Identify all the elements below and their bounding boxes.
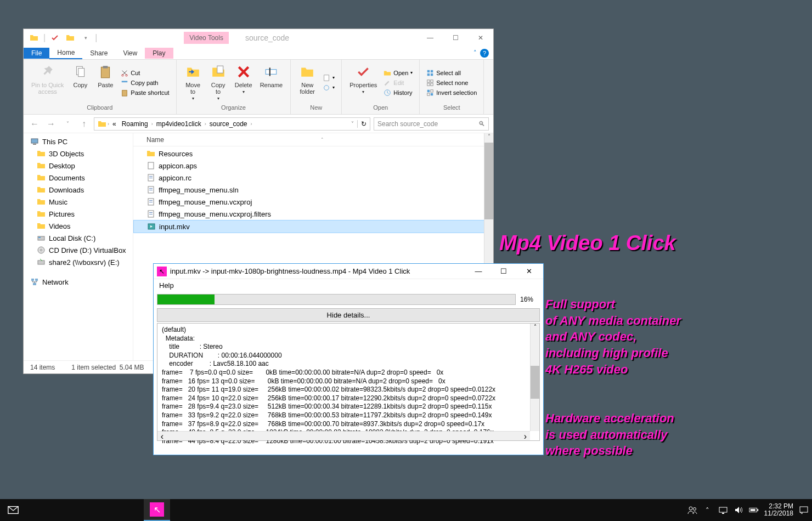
nav-this-pc[interactable]: This PC [24, 135, 133, 148]
log-scrollbar-h[interactable]: ‹› [157, 431, 530, 440]
ribbon-collapse-icon[interactable]: ˄ [473, 49, 477, 56]
breadcrumb[interactable]: › « Roaming› mp4video1click› source_code… [94, 117, 370, 131]
svg-rect-58 [750, 509, 755, 511]
new-item-button[interactable]: ▾ [320, 73, 337, 82]
cut-button[interactable]: Cut [119, 69, 171, 77]
tray-chevron-icon[interactable]: ˄ [703, 505, 713, 515]
invert-selection-button[interactable]: Invert selection [424, 88, 479, 97]
minimize-button[interactable]: — [467, 265, 489, 278]
nav-item[interactable]: Pictures [24, 208, 133, 220]
file-item[interactable]: appicon.aps [133, 160, 493, 172]
svg-rect-57 [757, 509, 758, 511]
properties-button[interactable]: Properties▾ [346, 62, 380, 103]
minimize-button[interactable]: — [418, 29, 443, 47]
rename-button[interactable]: Rename [257, 62, 286, 103]
qat-dropdown-icon[interactable]: ▾ [80, 32, 92, 44]
paste-shortcut-button[interactable]: Paste shortcut [119, 88, 171, 97]
tab-file[interactable]: File [24, 48, 49, 59]
nav-item[interactable]: CD Drive (D:) VirtualBox [24, 244, 133, 256]
help-menu[interactable]: Help [154, 279, 543, 292]
nav-item[interactable]: Desktop [24, 160, 133, 172]
open-button[interactable]: Open▾ [381, 69, 415, 77]
nav-network[interactable]: Network [24, 276, 133, 288]
refresh-button[interactable]: ↻ [357, 120, 366, 128]
qat-sep: | [95, 33, 97, 43]
svg-rect-14 [427, 70, 430, 72]
folder-qat-icon[interactable] [64, 32, 76, 44]
tab-play[interactable]: Play [145, 48, 173, 59]
properties-qat-icon[interactable] [49, 32, 61, 44]
bc-segment[interactable]: « [110, 120, 119, 128]
easy-access-button[interactable]: ▾ [320, 83, 337, 92]
search-input[interactable]: Search source_code 🔍︎ [374, 117, 489, 131]
file-item[interactable]: ffmpeg_mouse_menu.vcxproj [133, 196, 493, 208]
recent-locations-button[interactable]: ˅ [61, 117, 74, 131]
column-header-name[interactable]: Name˄ [133, 133, 493, 146]
ribbon-group-new: New folder ▾ ▾ New [291, 60, 342, 114]
hide-details-button[interactable]: Hide details... [157, 308, 540, 322]
file-item[interactable]: appicon.rc [133, 172, 493, 184]
maximize-button[interactable]: ☐ [443, 29, 468, 47]
people-icon[interactable] [687, 505, 697, 515]
nav-item[interactable]: share2 (\\vboxsrv) (E:) [24, 256, 133, 268]
nav-item[interactable]: Videos [24, 220, 133, 232]
svg-rect-48 [149, 214, 153, 214]
status-item-count: 14 items [30, 364, 55, 371]
nav-item[interactable]: Downloads [24, 184, 133, 196]
mp4-taskbar-button[interactable]: ↖ [144, 499, 170, 521]
taskbar-clock[interactable]: 2:32 PM 11/2/2018 [764, 503, 793, 517]
edit-button[interactable]: Edit [381, 78, 415, 87]
log-scrollbar-v[interactable]: ˄ [530, 324, 539, 431]
copy-button[interactable]: Copy [68, 62, 92, 103]
bc-dropdown-icon[interactable]: ˅ [351, 121, 354, 127]
svg-rect-55 [722, 513, 724, 514]
close-button[interactable]: ✕ [518, 265, 540, 278]
battery-tray-icon[interactable] [749, 505, 759, 515]
tab-share[interactable]: Share [82, 48, 115, 59]
file-item[interactable]: ffmpeg_mouse_menu.vcxproj.filters [133, 208, 493, 220]
paste-button[interactable]: Paste [93, 62, 117, 103]
file-item[interactable]: ffmpeg_mouse_menu.sln [133, 184, 493, 196]
select-none-button[interactable]: Select none [424, 78, 479, 87]
tab-view[interactable]: View [115, 48, 145, 59]
file-item[interactable]: input.mkv [133, 220, 493, 233]
ribbon-group-organize: Move to▾ Copy to▾ Delete▾ Rename Organiz… [177, 60, 291, 114]
ribbon-group-clipboard: Pin to Quick access Copy Paste Cut Copy … [24, 60, 177, 114]
copy-to-button[interactable]: Copy to▾ [206, 62, 230, 103]
pin-button[interactable]: Pin to Quick access [28, 62, 67, 103]
file-list: Resourcesappicon.apsappicon.rcffmpeg_mou… [133, 146, 493, 234]
move-to-button[interactable]: Move to▾ [181, 62, 205, 103]
help-icon[interactable]: ? [480, 49, 489, 58]
svg-rect-1 [78, 69, 84, 77]
history-button[interactable]: History [381, 88, 415, 97]
bc-segment[interactable]: Roaming [120, 120, 150, 128]
file-item[interactable]: Resources [133, 148, 493, 160]
nav-item[interactable]: Music [24, 196, 133, 208]
ribbon-tabs: File Home Share View Play ˄ ? [24, 47, 493, 60]
maximize-button[interactable]: ☐ [493, 265, 515, 278]
progress-bar [157, 294, 516, 305]
forward-button[interactable]: → [44, 117, 58, 131]
back-button[interactable]: ← [28, 117, 41, 131]
navigation-pane: This PC 3D ObjectsDesktopDocumentsDownlo… [24, 133, 133, 360]
close-button[interactable]: ✕ [468, 29, 493, 47]
nav-item[interactable]: 3D Objects [24, 148, 133, 160]
tab-home[interactable]: Home [49, 47, 82, 59]
bc-segment[interactable]: mp4video1click [154, 120, 204, 128]
bc-segment[interactable]: source_code [207, 120, 250, 128]
delete-button[interactable]: Delete▾ [232, 62, 256, 103]
volume-tray-icon[interactable] [734, 505, 743, 515]
nav-item[interactable]: Documents [24, 172, 133, 184]
select-all-button[interactable]: Select all [424, 69, 479, 77]
up-button[interactable]: ↑ [77, 117, 91, 131]
svg-rect-39 [149, 178, 153, 178]
nav-item[interactable]: Local Disk (C:) [24, 232, 133, 244]
svg-rect-9 [266, 70, 277, 75]
copy-path-button[interactable]: Copy path [119, 78, 171, 87]
mail-taskbar-button[interactable] [0, 499, 26, 521]
new-folder-button[interactable]: New folder [295, 62, 319, 103]
folder-icon [98, 120, 106, 128]
network-tray-icon[interactable] [718, 505, 728, 515]
notifications-tray-icon[interactable] [799, 505, 809, 515]
ribbon-help: ˄ ? [469, 49, 493, 58]
